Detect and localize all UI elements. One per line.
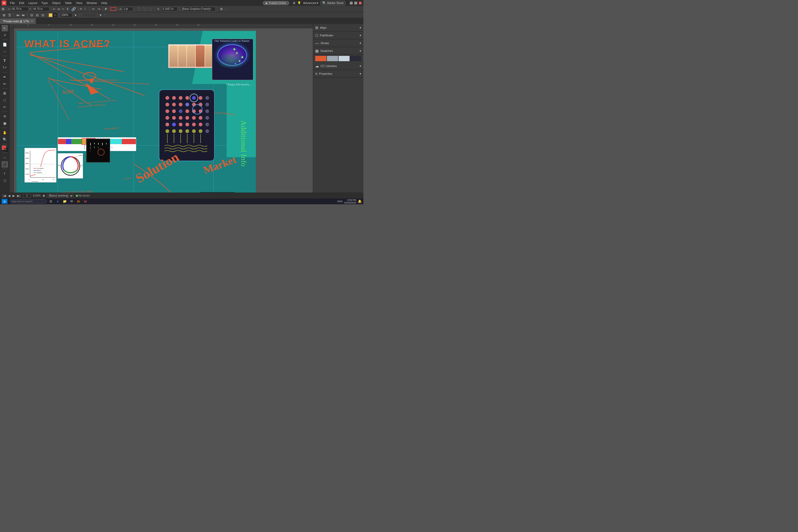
type-on-path-tool[interactable]: T↗ bbox=[2, 64, 8, 71]
tab-poster[interactable]: *Poster.indd @ 17% ✕ bbox=[0, 18, 36, 24]
menu-layout[interactable]: Layout bbox=[27, 1, 39, 5]
prev-page-button[interactable]: ◀ bbox=[7, 194, 11, 198]
prev-frame-icon[interactable]: ⏮ bbox=[15, 13, 20, 18]
next-page-button[interactable]: ▶ bbox=[12, 194, 15, 198]
taskbar-task-view[interactable]: ⊟ bbox=[48, 199, 54, 204]
preview-mode-btn[interactable]: ⬛ bbox=[2, 161, 8, 168]
normal-mode-btn[interactable]: □ bbox=[2, 154, 8, 161]
zoom-more-icon[interactable]: ▾ bbox=[73, 13, 78, 18]
menu-file[interactable]: File bbox=[8, 1, 17, 5]
color-chip-dark[interactable] bbox=[350, 56, 361, 61]
color-chip-gray[interactable] bbox=[327, 56, 338, 61]
selection-tool[interactable]: ↖ bbox=[2, 25, 8, 32]
advanced-button[interactable]: Advanced ▾ bbox=[303, 1, 318, 5]
gap-tool[interactable]: ↔ bbox=[2, 48, 8, 55]
column-icon[interactable]: ⊞ bbox=[2, 13, 6, 18]
color-chip-red[interactable] bbox=[315, 56, 326, 61]
y-input[interactable] bbox=[32, 7, 50, 11]
menu-window[interactable]: Window bbox=[85, 1, 98, 5]
extra-tool[interactable]: ⬛ bbox=[2, 177, 8, 184]
stroke-indicator[interactable] bbox=[4, 148, 8, 151]
undo-icon[interactable]: ↩ bbox=[91, 7, 96, 12]
menu-help[interactable]: Help bbox=[99, 1, 109, 5]
stroke-color-preview[interactable] bbox=[110, 7, 116, 11]
svg-line-135 bbox=[49, 80, 70, 121]
svg-rect-2 bbox=[66, 139, 71, 144]
gradient-tool[interactable]: ▣ bbox=[2, 120, 8, 126]
direct-selection-tool[interactable]: ↗ bbox=[2, 32, 8, 38]
taskbar-ai[interactable]: Ai bbox=[76, 199, 81, 204]
pen-tool[interactable]: ✒ bbox=[2, 74, 8, 80]
fx-icon[interactable]: fx bbox=[156, 7, 161, 12]
color-chip-lightgray[interactable] bbox=[339, 56, 350, 61]
bg-color-input[interactable] bbox=[81, 13, 97, 17]
row-icon[interactable]: ☰ bbox=[7, 13, 12, 18]
scissor-tool[interactable]: ✂ bbox=[2, 104, 8, 110]
note-tool[interactable]: T bbox=[2, 171, 8, 177]
page-input[interactable] bbox=[23, 194, 31, 198]
taskbar-edge[interactable]: e bbox=[55, 199, 61, 204]
bg-more-icon[interactable]: ▾ bbox=[98, 13, 103, 18]
properties-panel-section[interactable]: ≡ Properties ▾ bbox=[313, 70, 363, 78]
cc-libraries-panel-section[interactable]: ☁ CC Libraries ▾ bbox=[313, 62, 363, 70]
next-frame-icon[interactable]: ⏭ bbox=[21, 13, 26, 18]
page-tool[interactable]: 📄 bbox=[2, 41, 8, 48]
menu-view[interactable]: View bbox=[75, 1, 84, 5]
svg-point-98 bbox=[166, 109, 169, 113]
lightbulb-icon[interactable]: 💡 bbox=[298, 1, 301, 5]
menu-object[interactable]: Object bbox=[51, 1, 62, 5]
distribute-v-icon[interactable]: ⊟ bbox=[35, 13, 40, 18]
zoom-tool[interactable]: 🔍 bbox=[2, 136, 8, 142]
ruler-top: 0 8 16 24 32 40 48 56 64 bbox=[14, 24, 313, 28]
menu-type[interactable]: Type bbox=[40, 1, 50, 5]
cc-libraries-icon: ☁ bbox=[315, 64, 319, 68]
hand-tool[interactable]: ✋ bbox=[2, 129, 8, 136]
maximize-button[interactable]: □ bbox=[354, 2, 357, 4]
align-center-icon[interactable]: ⬛ bbox=[142, 7, 147, 12]
chevron-stroke-icon: ▾ bbox=[360, 41, 361, 45]
free-transform-tool[interactable]: ⟲ bbox=[2, 113, 8, 119]
menu-table[interactable]: Table bbox=[63, 1, 73, 5]
chevron-cc-icon: ▾ bbox=[360, 64, 361, 68]
stroke-color-box[interactable] bbox=[53, 13, 57, 17]
svg-point-119 bbox=[166, 129, 169, 133]
opacity-input[interactable] bbox=[162, 7, 177, 11]
rectangle-tool[interactable]: □ bbox=[2, 97, 8, 103]
align-right-icon[interactable]: ⬛ bbox=[148, 7, 152, 12]
adobe-stock-search[interactable]: 🔍 Adobe Stock bbox=[321, 1, 345, 5]
swatches-panel-section[interactable]: ▦ Swatches ▾ bbox=[313, 47, 363, 55]
stroke-weight-input[interactable] bbox=[122, 7, 133, 11]
type-tool[interactable]: T bbox=[2, 57, 8, 64]
pathfinder-panel-section[interactable]: ⬡ Pathfinder ▾ bbox=[313, 32, 363, 39]
gel-image bbox=[86, 138, 110, 163]
start-button[interactable]: ⊞ bbox=[2, 199, 7, 204]
close-tab-icon[interactable]: ✕ bbox=[31, 20, 33, 23]
pencil-tool[interactable]: ✏ bbox=[2, 81, 8, 87]
tab-label: *Poster.indd @ 17% bbox=[3, 20, 29, 23]
zoom-input[interactable] bbox=[60, 13, 72, 17]
taskbar-mail[interactable]: ✉ bbox=[69, 199, 75, 204]
stroke-panel-section[interactable]: ― Stroke ▾ bbox=[313, 39, 363, 47]
redo-icon[interactable]: ↪ bbox=[97, 7, 101, 12]
last-page-button[interactable]: ▶| bbox=[17, 194, 21, 198]
frame-type-input[interactable] bbox=[181, 7, 215, 11]
taskbar-explorer[interactable]: 📁 bbox=[62, 199, 68, 204]
distribute-icon3[interactable]: ⊟ bbox=[40, 13, 45, 18]
align-left-icon[interactable]: ⬛ bbox=[136, 7, 141, 12]
grid-icon[interactable]: ⊞ bbox=[293, 1, 295, 5]
rectangle-frame-tool[interactable]: ⊠ bbox=[2, 90, 8, 96]
publish-online-button[interactable]: ▶ Publish Online bbox=[263, 1, 289, 5]
taskbar-notification-icon[interactable]: 🔔 bbox=[358, 200, 362, 203]
close-button[interactable]: ✕ bbox=[359, 2, 362, 4]
settings-icon[interactable]: ⚙ bbox=[219, 7, 224, 12]
state-dropdown[interactable]: [Basic] (working) bbox=[47, 194, 74, 198]
menu-edit[interactable]: Edit bbox=[18, 1, 26, 5]
taskbar-id[interactable]: Id bbox=[82, 199, 88, 204]
align-panel-section[interactable]: ⊞ Align ▾ bbox=[313, 24, 363, 32]
first-page-button[interactable]: |◀ bbox=[2, 194, 6, 198]
fill-color-box[interactable] bbox=[49, 13, 52, 17]
minimize-button[interactable]: — bbox=[350, 2, 353, 4]
distribute-h-icon[interactable]: ⊟ bbox=[29, 13, 34, 18]
x-input[interactable] bbox=[11, 7, 28, 11]
taskbar-search-box[interactable]: Type here to search bbox=[10, 199, 47, 204]
